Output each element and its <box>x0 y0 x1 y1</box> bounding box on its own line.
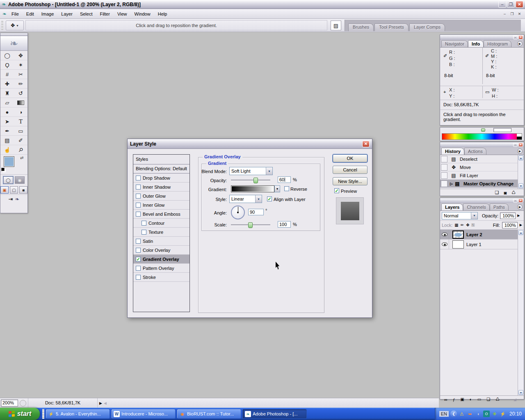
layer-mask-icon[interactable]: ▣ <box>460 397 464 402</box>
new-layer-icon[interactable]: ❏ <box>486 397 490 402</box>
shape-tool[interactable]: ▭ <box>14 126 27 136</box>
gradient-tool[interactable] <box>14 98 27 107</box>
history-palette-titlebar[interactable]: – ✕ <box>440 142 524 147</box>
checkbox[interactable] <box>136 194 141 199</box>
fill-spinner-icon[interactable]: ▶ <box>520 223 522 227</box>
lock-all-icon[interactable]: ⚿ <box>472 223 475 228</box>
opacity-value-field[interactable]: 60 <box>278 176 291 183</box>
history-state-master-opacity-change[interactable]: ▷ ▤ Master Opacity Change <box>440 180 524 188</box>
hide-icons-chevron[interactable]: ❮ <box>450 411 457 417</box>
photoshop-feather-logo[interactable]: ❧ <box>0 36 27 51</box>
slice-tool[interactable]: ✂ <box>14 70 27 79</box>
color-value-field[interactable] <box>493 128 511 132</box>
scale-slider[interactable] <box>231 224 270 226</box>
styles-list-header[interactable]: Styles <box>133 155 189 164</box>
style-item-drop-shadow[interactable]: Drop Shadow <box>133 173 189 183</box>
style-item-outer-glow[interactable]: Outer Glow <box>133 192 189 201</box>
history-state-fill-layer[interactable]: ▤ Fill Layer <box>440 171 524 180</box>
history-state-move[interactable]: ✥ Move <box>440 163 524 171</box>
dodge-tool[interactable]: ◑ <box>14 107 27 117</box>
checkbox[interactable] <box>136 185 141 189</box>
lock-paint-icon[interactable]: ✏ <box>461 223 464 227</box>
delete-layer-icon[interactable]: ♺ <box>495 397 500 402</box>
delete-state-icon[interactable]: ♺ <box>511 190 516 195</box>
current-tool-button[interactable]: ✥ ▼ <box>6 21 24 30</box>
taskbar-button-word[interactable]: W Introducere - Microso... <box>111 409 176 419</box>
restore-button[interactable]: ❐ <box>507 1 515 8</box>
layer-opacity-field[interactable]: 100% <box>500 212 516 219</box>
zoom-level-field[interactable]: 200% <box>1 399 18 406</box>
info-palette-titlebar[interactable]: – ✕ <box>440 35 524 40</box>
toolbox-drag-bar[interactable] <box>0 33 27 36</box>
reverse-checkbox[interactable] <box>284 186 289 191</box>
fullscreen-menubar-button[interactable]: ▢ <box>10 186 18 194</box>
cancel-button[interactable]: Cancel <box>333 166 368 174</box>
history-minimize-button[interactable]: – <box>513 143 518 147</box>
menu-layer[interactable]: Layer <box>58 10 76 18</box>
layers-scrollbar[interactable]: ▲ ▼ <box>518 230 524 395</box>
dialog-close-button[interactable]: ✕ <box>362 141 370 147</box>
style-item-pattern-overlay[interactable]: Pattern Overlay <box>133 264 189 273</box>
info-minimize-button[interactable]: – <box>513 35 518 39</box>
ok-button[interactable]: OK <box>333 154 368 162</box>
brush-tool[interactable]: ✏ <box>14 79 27 89</box>
notes-tool[interactable]: ▤ <box>0 136 14 145</box>
tab-brushes[interactable]: Brushes <box>348 23 374 31</box>
style-item-bevel-and-emboss[interactable]: Bevel and Emboss <box>133 210 189 219</box>
info-close-button[interactable]: ✕ <box>518 35 523 39</box>
magic-wand-tool[interactable]: ✶ <box>14 60 27 70</box>
zoom-tool[interactable]: ⚲ <box>14 145 27 155</box>
style-item-stroke[interactable]: Stroke <box>133 273 189 282</box>
lasso-tool[interactable]: Ϙ <box>0 60 14 70</box>
tab-info[interactable]: Info <box>468 40 484 47</box>
scroll-down-icon[interactable]: ▼ <box>518 183 523 188</box>
align-with-layer-checkbox[interactable]: ✓ <box>267 196 272 201</box>
standard-mode-button[interactable]: ◯ <box>3 176 13 184</box>
checkbox[interactable] <box>136 266 141 271</box>
doc-close-button[interactable]: ✕ <box>516 11 523 17</box>
layer-visibility-toggle[interactable] <box>440 240 449 249</box>
tab-paths[interactable]: Paths <box>490 203 509 210</box>
checkbox-checked[interactable]: ✓ <box>136 257 141 262</box>
scale-value-field[interactable]: 100 <box>278 221 291 228</box>
foreground-color-swatch[interactable] <box>4 156 14 167</box>
doc-restore-button[interactable]: ❐ <box>509 11 515 17</box>
history-state-deselect[interactable]: ▤ Deselect <box>440 155 524 163</box>
winamp-agent-icon[interactable]: ⚡ <box>500 411 506 417</box>
blur-tool[interactable]: ● <box>0 107 14 117</box>
menu-image[interactable]: Image <box>38 10 57 18</box>
layers-minimize-button[interactable]: – <box>513 199 518 203</box>
blend-mode-select[interactable]: Soft Light ▼ <box>229 167 273 175</box>
tab-layer-comps[interactable]: Layer Comps <box>409 23 445 31</box>
security-alert-icon[interactable]: ⚠ <box>459 411 465 417</box>
close-button[interactable]: ✕ <box>516 1 523 8</box>
new-snapshot-icon[interactable]: ◙ <box>504 190 507 195</box>
history-brush-tool[interactable]: ↺ <box>14 89 27 98</box>
checkbox[interactable] <box>136 176 141 180</box>
layer-2-thumbnail[interactable] <box>452 231 464 239</box>
elliptical-marquee-tool[interactable]: ◯ <box>0 51 14 60</box>
volume-icon[interactable]: ◖ <box>475 411 482 417</box>
layer-group-icon[interactable]: ▭ <box>477 397 481 402</box>
standard-screen-button[interactable]: ▣ <box>0 186 9 194</box>
style-select[interactable]: Linear ▼ <box>229 195 262 203</box>
lock-position-icon[interactable]: ✥ <box>466 223 469 227</box>
minimize-button[interactable]: – <box>498 1 506 8</box>
new-style-button[interactable]: New Style... <box>333 177 368 185</box>
scroll-up-icon[interactable]: ▲ <box>518 230 523 235</box>
style-item-color-overlay[interactable]: Color Overlay <box>133 246 189 255</box>
tab-histogram[interactable]: Histogram <box>484 40 511 47</box>
checkbox[interactable] <box>142 221 146 226</box>
style-item-inner-shadow[interactable]: Inner Shadow <box>133 183 189 192</box>
white-swatch[interactable] <box>517 134 522 137</box>
tab-actions[interactable]: Actions <box>464 148 486 155</box>
style-item-contour[interactable]: Contour <box>133 219 189 228</box>
style-item-gradient-overlay[interactable]: ✓Gradient Overlay <box>133 255 189 264</box>
scale-slider-thumb[interactable] <box>248 222 253 228</box>
layer-visibility-toggle[interactable] <box>440 230 449 239</box>
default-colors-icon[interactable] <box>1 168 5 171</box>
link-layers-icon[interactable]: ∞ <box>444 397 447 402</box>
gradient-picker-arrow[interactable]: ▼ <box>274 185 280 192</box>
style-item-texture[interactable]: Texture <box>133 228 189 237</box>
checkbox[interactable] <box>136 275 141 280</box>
